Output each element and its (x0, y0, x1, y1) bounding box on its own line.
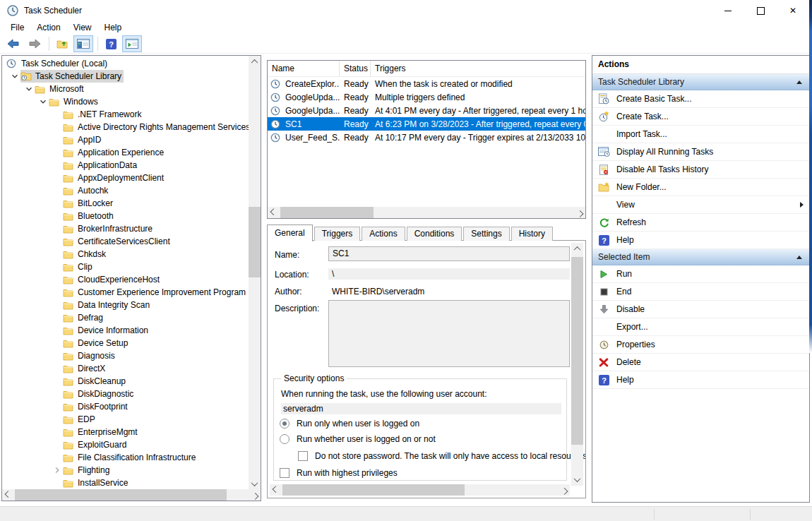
column-header-status[interactable]: Status (340, 61, 371, 76)
action-end[interactable]: End (592, 283, 809, 301)
tree-item-bluetooth[interactable]: Bluetooth (2, 210, 249, 222)
collapse-arrow-icon[interactable] (796, 80, 802, 84)
menu-action[interactable]: Action (30, 21, 66, 35)
minimize-button[interactable] (712, 0, 744, 21)
action-disable[interactable]: Disable (592, 301, 809, 318)
tree-item-flighting[interactable]: Flighting (2, 464, 249, 477)
section-header-task-scheduler-library[interactable]: Task Scheduler Library (592, 74, 809, 90)
task-list-hscroll-thumb[interactable] (280, 207, 374, 218)
task-row-googleupda[interactable]: GoogleUpda...ReadyAt 4:01 PM every day -… (268, 104, 585, 117)
radio-run-whether-logged-on-or-not[interactable]: Run whether user is logged on or not (280, 434, 436, 444)
tree-item-chkdsk[interactable]: Chkdsk (2, 248, 249, 260)
action-help[interactable]: ?Help (592, 232, 809, 249)
tree-item-data-integrity-scan[interactable]: Data Integrity Scan (2, 299, 249, 311)
tab-conditions[interactable]: Conditions (407, 227, 462, 241)
close-button[interactable]: ✕ (777, 0, 809, 21)
action-run[interactable]: Run (592, 265, 809, 283)
task-row-sc1[interactable]: SC1ReadyAt 6:23 PM on 3/28/2023 - After … (268, 117, 585, 131)
tree-item-bitlocker[interactable]: BitLocker (2, 197, 249, 210)
action-create-basic-task[interactable]: Create Basic Task... (592, 90, 809, 108)
menu-view[interactable]: View (67, 21, 98, 35)
action-view[interactable]: View (592, 196, 809, 214)
chevron-down-icon[interactable] (23, 85, 35, 92)
tree-item-net-framework[interactable]: .NET Framework (2, 108, 249, 121)
tree-item-task-scheduler-library[interactable]: Task Scheduler Library (2, 70, 249, 83)
checkbox-do-not-store-password[interactable]: Do not store password. The task will onl… (298, 451, 586, 461)
tree-item-microsoft[interactable]: Microsoft (2, 83, 249, 95)
action-import-task[interactable]: Import Task... (592, 126, 809, 143)
action-create-task[interactable]: Create Task... (592, 108, 809, 126)
scroll-right-icon[interactable] (249, 489, 261, 501)
tree-item-exploitguard[interactable]: ExploitGuard (2, 438, 249, 451)
tree-item-diskfootprint[interactable]: DiskFootprint (2, 400, 249, 413)
scroll-left-icon[interactable] (268, 207, 279, 218)
action-delete[interactable]: Delete (592, 354, 809, 371)
tree-item-diagnosis[interactable]: Diagnosis (2, 349, 249, 362)
tree-item-diskdiagnostic[interactable]: DiskDiagnostic (2, 388, 249, 400)
tree-item-device-information[interactable]: Device Information (2, 324, 249, 337)
section-header-selected-item[interactable]: Selected Item (592, 249, 809, 265)
action-new-folder[interactable]: New Folder... (592, 179, 809, 196)
tree-item-enterprisemgmt[interactable]: EnterpriseMgmt (2, 426, 249, 438)
details-vertical-scrollbar[interactable] (571, 243, 583, 486)
tree-item-application-experience[interactable]: Application Experience (2, 146, 249, 159)
task-name-field[interactable]: SC1 (328, 246, 570, 261)
tree-item-active-directory-rights-management-services-c[interactable]: Active Directory Rights Management Servi… (2, 121, 249, 133)
tab-actions[interactable]: Actions (362, 227, 405, 241)
tab-general[interactable]: General (267, 224, 313, 241)
menu-file[interactable]: File (4, 21, 30, 35)
tree-item-device-setup[interactable]: Device Setup (2, 337, 249, 349)
scroll-down-icon[interactable] (571, 474, 583, 486)
tree-hscroll-thumb[interactable] (15, 489, 227, 501)
tree-item-applicationdata[interactable]: ApplicationData (2, 159, 249, 172)
action-display-all-running-tasks[interactable]: Display All Running Tasks (592, 143, 809, 161)
tree-item-task-scheduler-local[interactable]: Task Scheduler (Local) (2, 57, 249, 70)
tree-item-appid[interactable]: AppID (2, 133, 249, 146)
action-refresh[interactable]: Refresh (592, 214, 809, 232)
scroll-up-icon[interactable] (249, 56, 261, 68)
tree-item-appxdeploymentclient[interactable]: AppxDeploymentClient (2, 172, 249, 184)
task-row-createexplor[interactable]: CreateExplor...ReadyWhen the task is cre… (268, 77, 585, 90)
tab-triggers[interactable]: Triggers (314, 227, 361, 241)
details-vscroll-thumb[interactable] (571, 257, 583, 445)
chevron-right-icon[interactable] (52, 467, 63, 474)
scroll-right-icon[interactable] (559, 484, 570, 496)
radio-icon[interactable] (280, 434, 289, 444)
action-help[interactable]: ?Help (592, 371, 809, 389)
chevron-down-icon[interactable] (37, 98, 49, 105)
tree-item-clip[interactable]: Clip (2, 260, 249, 273)
back-button[interactable] (4, 35, 23, 52)
collapse-arrow-icon[interactable] (796, 256, 802, 259)
checkbox-icon[interactable] (298, 451, 308, 461)
menu-help[interactable]: Help (98, 21, 129, 35)
tree-vscroll-thumb[interactable] (249, 207, 261, 277)
tree-item-defrag[interactable]: Defrag (2, 311, 249, 324)
radio-icon[interactable] (280, 419, 289, 429)
tree-item-edp[interactable]: EDP (2, 413, 249, 426)
radio-run-only-when-logged-on[interactable]: Run only when user is logged on (280, 419, 419, 429)
scroll-up-icon[interactable] (571, 243, 583, 255)
tab-history[interactable]: History (511, 227, 553, 241)
task-row-user-feed-s[interactable]: User_Feed_S...ReadyAt 10:17 PM every day… (268, 131, 585, 144)
column-header-name[interactable]: Name (268, 61, 340, 76)
tree-item-cloudexperiencehost[interactable]: CloudExperienceHost (2, 273, 249, 286)
column-header-triggers[interactable]: Triggers (371, 61, 585, 76)
tree-item-directx[interactable]: DirectX (2, 362, 249, 375)
task-description-field[interactable] (328, 300, 570, 367)
maximize-button[interactable] (744, 0, 777, 21)
action-properties[interactable]: Properties (592, 336, 809, 354)
toggle-action-pane-button[interactable] (122, 35, 142, 52)
checkbox-run-with-highest-privileges[interactable]: Run with highest privileges (280, 468, 398, 478)
toggle-console-tree-button[interactable] (73, 35, 93, 52)
tree-item-brokerinfrastructure[interactable]: BrokerInfrastructure (2, 222, 249, 235)
task-row-googleupda[interactable]: GoogleUpda...ReadyMultiple triggers defi… (268, 90, 585, 104)
help-button[interactable]: ? (101, 35, 121, 52)
chevron-down-icon[interactable] (9, 73, 20, 80)
tree-item-customer-experience-improvement-program[interactable]: Customer Experience Improvement Program (2, 286, 249, 299)
action-export[interactable]: Export... (592, 318, 809, 336)
tree-vertical-scrollbar[interactable] (249, 56, 261, 490)
tree-item-certificateservicesclient[interactable]: CertificateServicesClient (2, 235, 249, 248)
up-one-level-button[interactable] (52, 35, 72, 52)
action-disable-all-tasks-history[interactable]: Disable All Tasks History (592, 161, 809, 179)
scroll-left-icon[interactable] (270, 484, 281, 496)
